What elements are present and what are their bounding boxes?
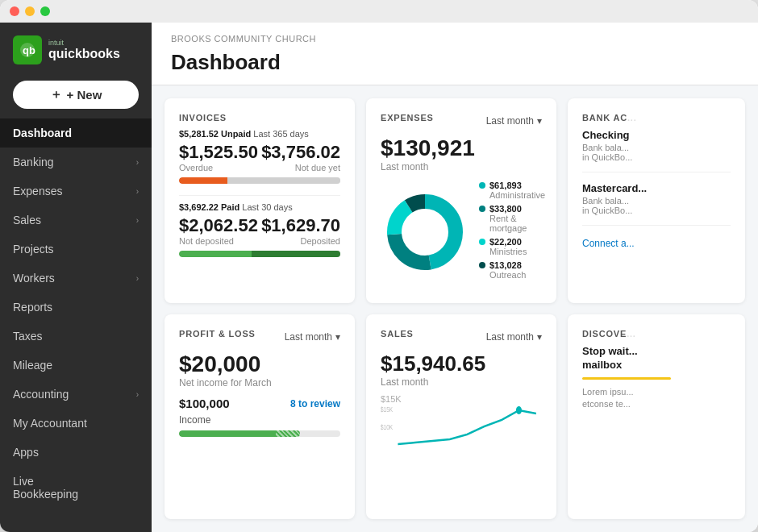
expenses-card: EXPENSES Last month ▾ $130,921 Last mont… bbox=[366, 98, 556, 303]
sidebar: qb intuit quickbooks ＋ + New Dashboard B… bbox=[0, 23, 152, 532]
mastercard-desc: Bank bala... in QuickBo... bbox=[582, 196, 731, 215]
pl-period-label: Last month bbox=[285, 331, 332, 343]
sidebar-item-mileage[interactable]: Mileage bbox=[0, 351, 152, 380]
overdue-bar-fill bbox=[179, 177, 227, 184]
legend-item-ministries: $22,200 Ministries bbox=[479, 237, 545, 256]
sidebar-item-workers[interactable]: Workers › bbox=[0, 264, 152, 293]
sales-period-dropdown[interactable]: Last month ▾ bbox=[486, 331, 542, 343]
expenses-donut-chart bbox=[381, 188, 469, 276]
bank-accounts-title: BANK AC... bbox=[582, 113, 731, 123]
paid-summary: $3,692.22 Paid Last 30 days bbox=[179, 202, 340, 212]
pl-bar-stripe bbox=[276, 430, 300, 437]
dropdown-arrow-icon: ▾ bbox=[335, 331, 340, 343]
sidebar-item-label: Apps bbox=[13, 446, 39, 459]
legend-item-administrative: $61,893 Administrative bbox=[479, 181, 545, 200]
main-area: BROOKS COMMUNITY CHURCH Dashboard INVOIC… bbox=[152, 23, 758, 532]
titlebar bbox=[0, 0, 758, 23]
page-title: Dashboard bbox=[171, 44, 739, 85]
sidebar-item-label: Sales bbox=[13, 214, 41, 227]
svg-text:qb: qb bbox=[23, 44, 35, 56]
legend-amount: $33,800 bbox=[489, 204, 522, 214]
pl-net-income: $20,000 bbox=[179, 351, 340, 377]
quickbooks-logo-icon: qb bbox=[13, 35, 42, 64]
sidebar-item-sales[interactable]: Sales › bbox=[0, 206, 152, 235]
sidebar-item-expenses[interactable]: Expenses › bbox=[0, 177, 152, 206]
not-due-label: Not due yet bbox=[261, 163, 340, 172]
legend-label: Administrative bbox=[489, 190, 545, 200]
pl-header-row: PROFIT & LOSS Last month ▾ bbox=[179, 329, 340, 345]
sidebar-item-dashboard[interactable]: Dashboard bbox=[0, 118, 152, 148]
not-due-bar-fill bbox=[227, 177, 340, 184]
deposit-progress-bar bbox=[179, 251, 340, 257]
sidebar-item-apps[interactable]: Apps bbox=[0, 438, 152, 467]
legend-amount: $61,893 bbox=[489, 181, 522, 190]
close-button[interactable] bbox=[10, 6, 19, 16]
sidebar-item-projects[interactable]: Projects bbox=[0, 235, 152, 264]
discover-card-title: DISCOVE... bbox=[582, 329, 731, 339]
legend-dot bbox=[479, 182, 485, 189]
checking-name: Checking bbox=[582, 129, 731, 141]
deposited-amount: $1,629.70 bbox=[261, 215, 340, 236]
chevron-right-icon: › bbox=[136, 390, 139, 399]
svg-text:$15K: $15K bbox=[381, 405, 394, 414]
expenses-card-title: EXPENSES bbox=[381, 113, 434, 123]
sidebar-item-label: Dashboard bbox=[13, 127, 72, 139]
pl-period-dropdown[interactable]: Last month ▾ bbox=[285, 331, 340, 343]
sales-header-row: SALES Last month ▾ bbox=[381, 329, 542, 345]
main-header: BROOKS COMMUNITY CHURCH Dashboard bbox=[152, 23, 758, 85]
mastercard-account: Mastercard... Bank bala... in QuickBo... bbox=[582, 182, 731, 226]
pl-review-link[interactable]: 8 to review bbox=[290, 398, 340, 409]
legend-amount: $13,028 bbox=[489, 260, 522, 270]
pl-income-label-row: Income bbox=[179, 414, 340, 426]
expenses-legend: $61,893 Administrative $33,800 Rent & mo… bbox=[479, 181, 545, 284]
chevron-right-icon: › bbox=[136, 187, 139, 196]
connect-account-link[interactable]: Connect a... bbox=[582, 238, 635, 249]
not-due-amount: $3,756.02 bbox=[261, 142, 340, 163]
sidebar-item-my-accountant[interactable]: My Accountant bbox=[0, 409, 152, 438]
legend-item-outreach: $13,028 Outreach bbox=[479, 260, 545, 280]
minimize-button[interactable] bbox=[25, 6, 35, 16]
sidebar-item-label: Taxes bbox=[13, 330, 43, 343]
overdue-progress-bar bbox=[179, 177, 340, 184]
dropdown-arrow-icon: ▾ bbox=[537, 115, 542, 127]
sidebar-item-label: Reports bbox=[13, 301, 52, 314]
checking-desc: Bank bala... in QuickBo... bbox=[582, 143, 731, 162]
sales-line-chart: $15K $10K bbox=[381, 404, 542, 452]
expenses-header-row: EXPENSES Last month ▾ bbox=[381, 113, 542, 129]
pl-net-income-label: Net income for March bbox=[179, 377, 340, 389]
sales-chart-labels: $15K bbox=[381, 394, 542, 404]
overdue-label: Overdue bbox=[179, 163, 258, 172]
sales-subtitle: Last month bbox=[381, 376, 542, 388]
logo-text: intuit quickbooks bbox=[48, 39, 120, 61]
legend-amount: $22,200 bbox=[489, 237, 522, 247]
sidebar-item-live-bookkeeping[interactable]: LiveBookkeeping bbox=[0, 467, 152, 509]
sidebar-item-reports[interactable]: Reports bbox=[0, 293, 152, 322]
not-deposited-bar-fill bbox=[179, 251, 252, 257]
legend-dot bbox=[479, 262, 485, 268]
sidebar-item-label: LiveBookkeeping bbox=[13, 475, 78, 501]
overdue-row: $1,525.50 Overdue $3,756.02 Not due yet bbox=[179, 142, 340, 176]
svg-point-6 bbox=[404, 211, 446, 253]
expenses-period-dropdown[interactable]: Last month ▾ bbox=[486, 115, 542, 127]
expenses-layout: $61,893 Administrative $33,800 Rent & mo… bbox=[381, 181, 542, 284]
bank-accounts-card: BANK AC... Checking Bank bala... in Quic… bbox=[568, 98, 745, 303]
expenses-subtitle: Last month bbox=[381, 161, 542, 172]
deposited-label: Deposited bbox=[261, 236, 340, 246]
maximize-button[interactable] bbox=[40, 6, 50, 16]
new-button[interactable]: ＋ + New bbox=[13, 81, 139, 109]
company-name: BROOKS COMMUNITY CHURCH bbox=[171, 29, 739, 44]
not-deposited-amount: $2,062.52 bbox=[179, 215, 258, 236]
pl-income-amount: $100,000 bbox=[179, 397, 230, 410]
legend-label: Ministries bbox=[489, 247, 527, 256]
sidebar-nav: Dashboard Banking › Expenses › Sales › P… bbox=[0, 118, 152, 532]
quickbooks-label: quickbooks bbox=[48, 47, 120, 60]
sidebar-item-accounting[interactable]: Accounting › bbox=[0, 380, 152, 409]
not-deposited-label: Not deposited bbox=[179, 236, 258, 246]
pl-card-title: PROFIT & LOSS bbox=[179, 329, 256, 339]
sidebar-item-banking[interactable]: Banking › bbox=[0, 148, 152, 177]
checking-account: Checking Bank bala... in QuickBo... bbox=[582, 129, 731, 172]
discover-card: DISCOVE... Stop wait...mailbox Lorem ips… bbox=[568, 314, 745, 519]
sidebar-item-taxes[interactable]: Taxes bbox=[0, 322, 152, 351]
app-body: qb intuit quickbooks ＋ + New Dashboard B… bbox=[0, 23, 758, 532]
legend-label: Outreach bbox=[489, 270, 526, 280]
